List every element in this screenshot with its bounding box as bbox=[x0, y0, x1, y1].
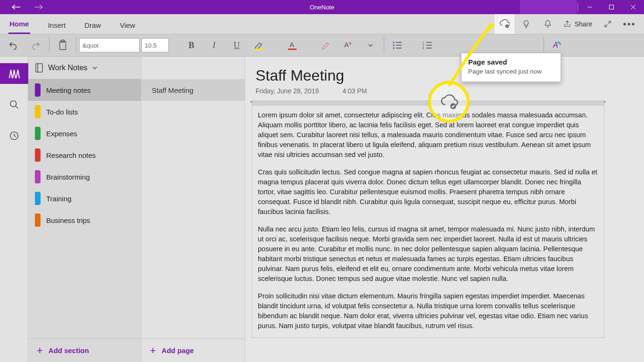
section-color-tab bbox=[35, 83, 41, 97]
page-date: Friday, June 28, 2019 bbox=[256, 87, 319, 95]
bold-button[interactable]: B bbox=[181, 35, 202, 56]
notebook-name: Work Notes bbox=[48, 64, 87, 72]
page-title[interactable]: Staff Meeting bbox=[245, 57, 644, 87]
account-area[interactable] bbox=[520, 0, 577, 14]
svg-point-22 bbox=[10, 101, 16, 107]
close-button[interactable] bbox=[622, 0, 644, 14]
svg-rect-3 bbox=[60, 41, 66, 49]
note-paragraph[interactable]: Nulla nec arcu justo. Etiam leo felis, c… bbox=[258, 224, 598, 284]
add-section-label: Add section bbox=[49, 346, 89, 354]
notifications-icon[interactable] bbox=[538, 14, 558, 34]
back-icon[interactable] bbox=[11, 4, 21, 10]
svg-rect-25 bbox=[36, 64, 42, 72]
add-page-button[interactable]: + Add page bbox=[141, 338, 245, 362]
notebooks-icon[interactable] bbox=[0, 63, 28, 84]
section-color-tab bbox=[35, 214, 41, 227]
tab-home[interactable]: Home bbox=[8, 15, 30, 34]
section-color-tab bbox=[35, 127, 41, 140]
section-item[interactable]: Research notes bbox=[28, 144, 141, 166]
redo-button[interactable] bbox=[25, 35, 46, 56]
italic-button[interactable]: I bbox=[204, 35, 224, 56]
undo-button[interactable] bbox=[3, 35, 24, 56]
recent-icon[interactable] bbox=[0, 125, 28, 146]
svg-point-9 bbox=[393, 42, 395, 43]
plus-icon: + bbox=[150, 345, 156, 357]
section-label: Training bbox=[46, 195, 72, 203]
section-label: Expenses bbox=[46, 130, 77, 138]
svg-text:A: A bbox=[553, 41, 558, 49]
pages-panel: x Staff Meeting + Add page bbox=[141, 57, 245, 362]
section-item[interactable]: Brainstorming bbox=[28, 166, 141, 188]
svg-text:A: A bbox=[289, 41, 294, 49]
sync-popup-title: Page saved bbox=[468, 58, 554, 66]
svg-rect-5 bbox=[255, 49, 264, 50]
fullscreen-icon[interactable] bbox=[598, 14, 618, 34]
section-label: Business trips bbox=[46, 216, 90, 224]
section-label: Meeting notes bbox=[46, 86, 91, 94]
add-section-button[interactable]: + Add section bbox=[28, 338, 141, 362]
clipboard-button[interactable] bbox=[52, 35, 73, 56]
notebook-icon bbox=[35, 63, 43, 73]
note-container-handle[interactable] bbox=[252, 101, 604, 106]
page-time: 4:03 PM bbox=[342, 87, 367, 95]
section-color-tab bbox=[35, 170, 41, 183]
font-name-input[interactable] bbox=[79, 38, 140, 52]
note-paragraph[interactable]: Proin sollicitudin nisi vitae dictum ele… bbox=[258, 291, 598, 331]
svg-text:A: A bbox=[344, 41, 349, 49]
notebook-header[interactable]: Work Notes bbox=[28, 57, 141, 79]
svg-text:3: 3 bbox=[422, 47, 424, 49]
ribbon-tabs: Home Insert Draw View Share ••• bbox=[0, 14, 644, 34]
svg-rect-7 bbox=[288, 49, 297, 50]
section-label: Brainstorming bbox=[46, 173, 90, 181]
forward-icon[interactable] bbox=[34, 4, 43, 10]
tab-draw[interactable]: Draw bbox=[83, 16, 102, 34]
section-color-tab bbox=[35, 148, 41, 162]
note-paragraph[interactable]: Cras quis sollicitudin lectus. Sed congu… bbox=[258, 167, 598, 217]
page-canvas[interactable]: Staff Meeting Friday, June 28, 2019 4:03… bbox=[245, 57, 644, 362]
lightbulb-icon[interactable] bbox=[516, 14, 536, 34]
titlebar: OneNote bbox=[0, 0, 644, 14]
svg-rect-1 bbox=[610, 5, 614, 9]
tab-view[interactable]: View bbox=[119, 16, 136, 34]
clear-format-button[interactable] bbox=[315, 35, 336, 56]
svg-point-11 bbox=[393, 48, 395, 49]
bullet-list-button[interactable] bbox=[387, 35, 408, 56]
tab-insert[interactable]: Insert bbox=[47, 16, 67, 34]
section-item[interactable]: Training bbox=[28, 188, 141, 209]
nav-rail bbox=[0, 57, 28, 362]
font-size-input[interactable] bbox=[141, 38, 169, 52]
sync-status-popup: Page saved Page last synced just now bbox=[461, 53, 561, 82]
highlight-button[interactable] bbox=[249, 35, 270, 56]
section-label: To-do lists bbox=[46, 108, 78, 116]
sections-panel: Work Notes Meeting notesTo-do listsExpen… bbox=[28, 57, 141, 362]
note-container[interactable]: Lorem ipsum dolor sit amet, consectetur … bbox=[252, 100, 604, 338]
share-button[interactable]: Share bbox=[560, 14, 596, 34]
section-item[interactable]: Business trips bbox=[28, 209, 141, 231]
share-label: Share bbox=[575, 20, 592, 28]
sync-popup-subtitle: Page last synced just now bbox=[468, 68, 554, 75]
more-formatting-dropdown[interactable] bbox=[360, 35, 381, 56]
section-label: Research notes bbox=[46, 151, 96, 159]
share-icon bbox=[563, 20, 572, 28]
add-page-label: Add page bbox=[162, 346, 194, 354]
section-item[interactable]: Meeting notes bbox=[28, 79, 141, 101]
section-item[interactable]: To-do lists bbox=[28, 101, 141, 123]
page-item[interactable]: Staff Meeting bbox=[141, 79, 245, 101]
search-icon[interactable] bbox=[0, 94, 28, 115]
minimize-button[interactable] bbox=[579, 0, 601, 14]
section-item[interactable]: Expenses bbox=[28, 123, 141, 144]
app-title: OneNote bbox=[310, 4, 334, 11]
number-list-button[interactable]: 123 bbox=[417, 35, 438, 56]
underline-button[interactable]: U bbox=[226, 35, 247, 56]
svg-line-23 bbox=[15, 106, 18, 109]
sync-status-button[interactable] bbox=[495, 14, 514, 34]
more-icon[interactable]: ••• bbox=[619, 14, 639, 34]
section-color-tab bbox=[35, 105, 41, 118]
maximize-button[interactable] bbox=[601, 0, 622, 14]
font-color-button[interactable]: A bbox=[282, 35, 303, 56]
format-painter-button[interactable]: A bbox=[338, 35, 358, 56]
plus-icon: + bbox=[37, 345, 43, 357]
section-color-tab bbox=[35, 192, 41, 205]
chevron-down-icon bbox=[92, 65, 98, 71]
note-paragraph[interactable]: Lorem ipsum dolor sit amet, consectetur … bbox=[258, 110, 598, 160]
